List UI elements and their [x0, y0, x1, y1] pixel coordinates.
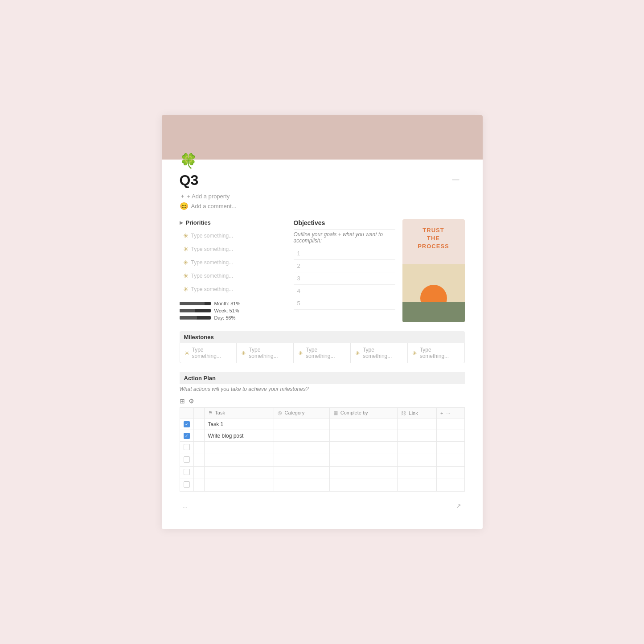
complete-by-cell-2[interactable]: [329, 430, 398, 442]
category-cell-6[interactable]: [274, 479, 329, 492]
extra-cell-5: [436, 467, 464, 479]
action-table: ⚑ Task ◎ Category ▦ Complete by: [180, 407, 465, 492]
priority-item-5[interactable]: ✳ Type something...: [180, 283, 287, 295]
link-col-icon: ⛓: [401, 410, 406, 416]
category-cell-5[interactable]: [274, 467, 329, 479]
task-cell-4[interactable]: [204, 454, 274, 467]
objective-row-1[interactable]: 1: [294, 247, 395, 260]
table-row: [180, 467, 464, 479]
progress-bar-week-fill: [180, 309, 196, 312]
complete-by-cell-4[interactable]: [329, 454, 398, 467]
task-cell-6[interactable]: [204, 479, 274, 492]
extra-cell-4: [436, 454, 464, 467]
task-cell-3[interactable]: [204, 442, 274, 454]
bottom-dots: ...: [183, 503, 187, 509]
th-flag: [193, 408, 204, 418]
link-cell-4[interactable]: [398, 454, 436, 467]
settings-icon[interactable]: ⚙: [189, 398, 194, 405]
progress-bar-month-fill: [180, 302, 205, 305]
milestone-cell-3[interactable]: ✳ Type something...: [294, 343, 351, 363]
deco-card: TRUSTTHEPROCESS: [402, 219, 465, 322]
main-columns: ▶ Priorities ✳ Type something... ✳ Type …: [180, 219, 465, 322]
milestone-star-4: ✳: [355, 350, 360, 357]
add-comment-label: Add a comment...: [191, 203, 237, 209]
objectives-subtitle: Outline your goals + what you want to ac…: [294, 231, 395, 244]
obj-value-3[interactable]: [304, 272, 395, 285]
category-cell-2[interactable]: [274, 430, 329, 442]
grid-icon[interactable]: ⊞: [180, 398, 185, 405]
priority-item-1[interactable]: ✳ Type something...: [180, 230, 287, 242]
milestone-star-1: ✳: [185, 350, 189, 357]
check-cell-5[interactable]: [180, 467, 193, 479]
obj-value-1[interactable]: [304, 247, 395, 260]
check-cell-6[interactable]: [180, 479, 193, 492]
objective-row-5[interactable]: 5: [294, 297, 395, 310]
action-plan-header: Action Plan: [180, 372, 465, 384]
expand-icon[interactable]: ↗: [456, 502, 461, 509]
task-cell-2[interactable]: Write blog post: [204, 430, 274, 442]
objective-row-3[interactable]: 3: [294, 272, 395, 285]
priorities-toggle[interactable]: ▶ Priorities: [180, 219, 287, 226]
priority-text-2: Type something...: [191, 246, 234, 252]
milestone-cell-1[interactable]: ✳ Type something...: [180, 343, 237, 363]
page-title: Q3: [180, 172, 465, 189]
objective-row-2[interactable]: 2: [294, 260, 395, 272]
star-icon-4: ✳: [183, 272, 189, 279]
complete-by-cell-3[interactable]: [329, 442, 398, 454]
star-icon-2: ✳: [183, 246, 189, 253]
add-comment-button[interactable]: 😊 Add a comment...: [180, 202, 465, 210]
link-cell-6[interactable]: [398, 479, 436, 492]
obj-value-4[interactable]: [304, 285, 395, 297]
checkbox-checked-1[interactable]: ✓: [184, 421, 190, 427]
complete-by-cell-5[interactable]: [329, 467, 398, 479]
task-cell-5[interactable]: [204, 467, 274, 479]
checkbox-unchecked-4[interactable]: [184, 456, 190, 463]
check-cell-2[interactable]: ✓: [180, 430, 193, 442]
category-cell-4[interactable]: [274, 454, 329, 467]
add-property-button[interactable]: ＋ + Add a property: [180, 192, 465, 200]
table-row: ✓ Task 1: [180, 418, 464, 430]
milestones-header: Milestones: [180, 331, 465, 343]
progress-bar-day-bg: [180, 316, 211, 320]
category-cell-1[interactable]: [274, 418, 329, 430]
progress-bar-month-bg: [180, 302, 211, 305]
milestone-text-3: Type something...: [306, 347, 346, 359]
priority-item-3[interactable]: ✳ Type something...: [180, 256, 287, 269]
milestone-cell-4[interactable]: ✳ Type something...: [351, 343, 408, 363]
link-cell-5[interactable]: [398, 467, 436, 479]
objective-row-4[interactable]: 4: [294, 285, 395, 297]
flag-cell-2: [193, 430, 204, 442]
obj-value-2[interactable]: [304, 260, 395, 272]
task-col-icon: ⚑: [208, 410, 213, 415]
check-cell-1[interactable]: ✓: [180, 418, 193, 430]
checkbox-unchecked-3[interactable]: [184, 444, 190, 450]
priority-item-4[interactable]: ✳ Type something...: [180, 270, 287, 282]
checkbox-unchecked-5[interactable]: [184, 469, 190, 475]
check-cell-4[interactable]: [180, 454, 193, 467]
complete-by-cell-1[interactable]: [329, 418, 398, 430]
sunset-ground: [402, 302, 465, 322]
checkbox-unchecked-6[interactable]: [184, 481, 190, 488]
minimize-button[interactable]: —: [452, 176, 459, 184]
link-cell-3[interactable]: [398, 442, 436, 454]
milestone-cell-2[interactable]: ✳ Type something...: [237, 343, 294, 363]
complete-by-cell-6[interactable]: [329, 479, 398, 492]
obj-value-5[interactable]: [304, 297, 395, 310]
th-add[interactable]: + ···: [436, 408, 464, 418]
checkbox-checked-2[interactable]: ✓: [184, 433, 190, 439]
check-cell-3[interactable]: [180, 442, 193, 454]
link-cell-2[interactable]: [398, 430, 436, 442]
task-cell-1[interactable]: Task 1: [204, 418, 274, 430]
th-complete-by-label: Complete by: [340, 410, 368, 415]
link-cell-1[interactable]: [398, 418, 436, 430]
th-link-label: Link: [409, 410, 418, 416]
page-wrapper: — Q3 ＋ + Add a property 😊 Add a comment.…: [180, 172, 465, 511]
action-plan-subtitle: What actions will you take to achieve yo…: [180, 384, 465, 394]
priority-item-2[interactable]: ✳ Type something...: [180, 243, 287, 255]
table-row: [180, 479, 464, 492]
obj-num-5: 5: [294, 297, 304, 310]
add-col-label[interactable]: +: [440, 410, 443, 416]
category-cell-3[interactable]: [274, 442, 329, 454]
milestone-cell-5[interactable]: ✳ Type something...: [408, 343, 464, 363]
action-plan-section: Action Plan What actions will you take t…: [180, 372, 465, 492]
